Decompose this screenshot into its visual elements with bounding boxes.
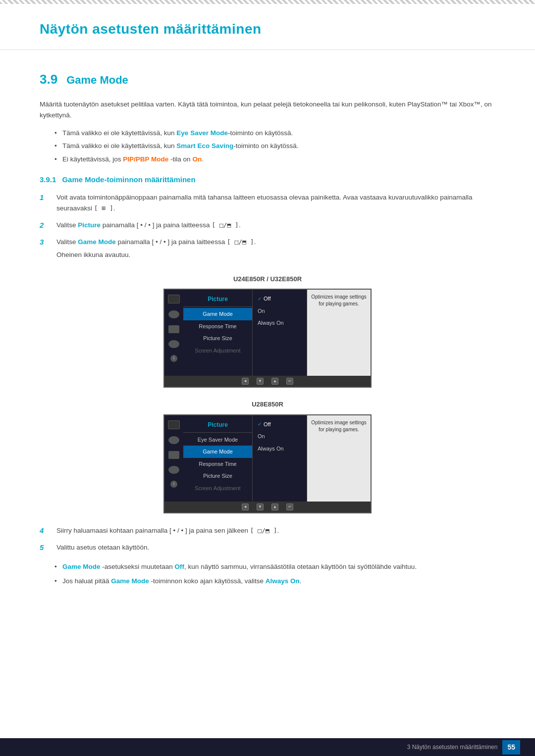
final-bullet-list: Game Mode -asetukseksi muutetaan Off, ku…	[54, 561, 495, 587]
submenu-on-1: On	[253, 305, 307, 317]
checkmark-off-2: ✓	[258, 420, 262, 428]
subsection-heading: 3.9.1 Game Mode-toiminnon määrittäminen	[40, 174, 495, 186]
screen-inner-1: i Picture Game Mode Response Time Pictur…	[164, 290, 371, 387]
screen-section-1: U24E850R / U32E850R i Picture Game Mode …	[40, 274, 495, 388]
screen-bottom-2: ◄ ▼ ▲ ↵	[164, 502, 371, 512]
menu-screen-adj-2: Screen Adjustment	[183, 482, 252, 495]
step-2: 2 Valitse Picture painamalla [ • / • ] j…	[40, 220, 495, 231]
step-text-1: Voit avata toimintonäppäinoppaan painama…	[56, 192, 495, 213]
bullet-1: Tämä valikko ei ole käytettävissä, kun E…	[54, 128, 495, 138]
screen-tooltip-1: Optimizes image settings for playing gam…	[307, 290, 371, 387]
menu-title-2: Picture	[183, 418, 252, 433]
screen-icon-gear	[168, 340, 179, 348]
screen-tooltip-2: Optimizes image settings for playing gam…	[307, 415, 371, 512]
menu-game-mode-2: Game Mode	[183, 446, 252, 458]
checkmark-off-1: ✓	[258, 295, 262, 302]
footer-text: 3 Näytön asetusten määrittäminen	[407, 743, 498, 752]
screen-label-1: U24E850R / U32E850R	[40, 274, 495, 284]
highlight-eye-saver: Eye Saver Mode	[176, 129, 228, 137]
highlight-game-mode-step3: Game Mode	[78, 238, 116, 246]
top-stripe	[0, 0, 535, 4]
highlight-pip-pbp: PIP/PBP Mode	[123, 155, 168, 163]
menu-response-time-2: Response Time	[183, 458, 252, 470]
screen-icon-image-2	[168, 420, 180, 429]
bracket-2: [ □/⬒ ]	[212, 221, 239, 229]
nav-btn-left: ◄	[242, 378, 249, 385]
section-title: Game Mode	[66, 72, 128, 88]
menu-screen-adj-1: Screen Adjustment	[183, 345, 252, 357]
menu-response-time-1: Response Time	[183, 320, 252, 333]
final-bullet-1: Game Mode -asetukseksi muutetaan Off, ku…	[54, 561, 495, 572]
highlight-picture: Picture	[78, 221, 101, 229]
step-5: 5 Valittu asetus otetaan käyttöön.	[40, 542, 495, 554]
subsection-number: 3.9.1	[40, 174, 56, 186]
screen-icon-image	[168, 295, 180, 303]
highlight-game-mode-final1: Game Mode	[62, 563, 101, 570]
menu-picture-size-2: Picture Size	[183, 470, 252, 482]
section-heading: 3.9 Game Mode	[40, 70, 495, 89]
nav-btn-enter-2: ↵	[286, 504, 293, 510]
main-content: 3.9 Game Mode Määritä tuotenäytön asetuk…	[0, 70, 535, 587]
screen-icon-adjust-2	[168, 451, 179, 459]
screen-section-2: U28E850R i Picture Eye Saver Mode Game M…	[40, 400, 495, 513]
menu-picture-size-1: Picture Size	[183, 332, 252, 345]
submenu-off-1: ✓ Off	[253, 293, 307, 305]
bullet-2: Tämä valikko ei ole käytettävissä, kun S…	[54, 141, 495, 151]
highlight-always-on-final: Always On	[266, 577, 300, 585]
bullet-3: Ei käytettävissä, jos PIP/PBP Mode -tila…	[54, 154, 495, 164]
step-num-2: 2	[40, 220, 50, 231]
submenu-on-2: On	[253, 430, 307, 443]
screen-submenu-1: ✓ Off On Always On	[253, 290, 307, 387]
step-num-3: 3	[40, 237, 50, 248]
screen-menu-2: Picture Eye Saver Mode Game Mode Respons…	[183, 415, 253, 512]
nav-btn-up: ▲	[271, 378, 278, 385]
final-bullet-2: Jos haluat pitää Game Mode -toiminnon ko…	[54, 576, 495, 587]
submenu-alwayson-2: Always On	[253, 443, 307, 455]
nav-btn-down: ▼	[257, 378, 264, 385]
step-1: 1 Voit avata toimintonäppäinoppaan paina…	[40, 192, 495, 213]
menu-game-mode-1: Game Mode	[183, 308, 252, 320]
screen-icon-eye-2	[168, 436, 179, 444]
bracket-1: [ ⊞ ]	[94, 204, 113, 212]
step-text-4: Siirry haluamaasi kohtaan painamalla [ •…	[56, 525, 279, 536]
highlight-game-mode-final2: Game Mode	[111, 577, 149, 585]
screen-inner-2: i Picture Eye Saver Mode Game Mode Respo…	[164, 415, 371, 512]
screen-icon-eye	[168, 310, 179, 318]
highlight-off-final1: Off	[175, 563, 185, 570]
footer-page: 55	[502, 740, 520, 755]
nav-btn-up-2: ▲	[271, 504, 278, 510]
step-text-3: Valitse Game Mode painamalla [ • / • ] j…	[56, 237, 256, 262]
step-num-1: 1	[40, 192, 50, 203]
menu-eye-saver-2: Eye Saver Mode	[183, 434, 252, 446]
section-body: Määritä tuotenäytön asetukset pelitilaa …	[40, 99, 495, 120]
screen-icon-adjust	[168, 325, 179, 333]
step-list-1: 1 Voit avata toimintonäppäinoppaan paina…	[40, 192, 495, 262]
bracket-3: [ □/⬒ ]	[227, 238, 254, 246]
nav-btn-down-2: ▼	[257, 504, 264, 510]
step-4: 4 Siirry haluamaasi kohtaan painamalla […	[40, 525, 495, 537]
screen-mockup-2: i Picture Eye Saver Mode Game Mode Respo…	[163, 414, 372, 513]
submenu-off-2: ✓ Off	[253, 418, 307, 431]
nav-btn-left-2: ◄	[242, 504, 249, 510]
screen-sidebar-1: i	[164, 290, 183, 387]
nav-btn-enter: ↵	[286, 378, 293, 385]
screen-icon-info: i	[170, 355, 177, 362]
step-3: 3 Valitse Game Mode painamalla [ • / • ]…	[40, 237, 495, 262]
subsection-title: Game Mode-toiminnon määrittäminen	[62, 174, 195, 186]
bracket-4: [ □/⬒ ]	[250, 527, 277, 534]
step-text-2: Valitse Picture painamalla [ • / • ] ja …	[56, 220, 241, 231]
step-num-5: 5	[40, 542, 50, 554]
section-number: 3.9	[40, 70, 57, 89]
screen-icon-gear-2	[168, 466, 179, 474]
screen-bottom-1: ◄ ▼ ▲ ↵	[164, 376, 371, 387]
section-bullets: Tämä valikko ei ole käytettävissä, kun E…	[54, 128, 495, 164]
page-title: Näytön asetusten määrittäminen	[40, 19, 495, 40]
screen-menu-1: Picture Game Mode Response Time Picture …	[183, 290, 253, 387]
menu-title-1: Picture	[183, 293, 252, 307]
screen-sidebar-2: i	[164, 415, 183, 512]
screen-label-2: U28E850R	[40, 400, 495, 409]
screen-icon-info-2: i	[170, 481, 177, 488]
highlight-on: On	[192, 155, 202, 163]
step-list-2: 4 Siirry haluamaasi kohtaan painamalla […	[40, 525, 495, 554]
page-header: Näytön asetusten määrittäminen	[0, 4, 535, 50]
